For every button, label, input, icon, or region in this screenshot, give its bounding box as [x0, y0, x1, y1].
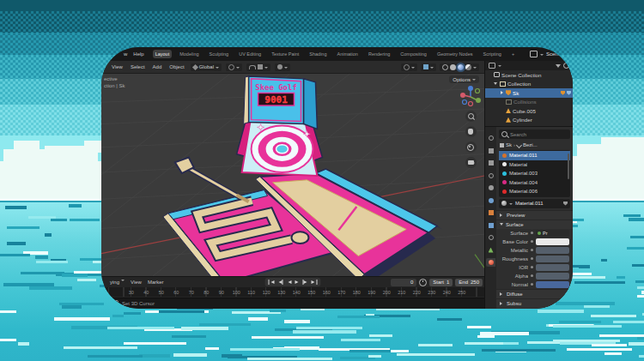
workspace-tab[interactable]: Texture Paint [269, 50, 301, 58]
jump-to-start-button[interactable] [268, 279, 276, 286]
property-field[interactable] [536, 273, 569, 280]
tab-material[interactable] [486, 258, 495, 267]
axis-x-neg-handle[interactable] [469, 102, 473, 106]
properties-search[interactable]: Search [499, 129, 570, 139]
menu-item[interactable]: Marker [148, 280, 164, 285]
pivot-dropdown[interactable] [226, 63, 242, 71]
skee-machine-cabinet[interactable]: Skee Golf 9001 [237, 76, 323, 176]
menu-item[interactable]: Object [169, 64, 184, 69]
options-dropdown[interactable]: Options [449, 75, 479, 83]
tab-output[interactable] [486, 159, 495, 167]
prev-keyframe-button[interactable] [276, 279, 284, 286]
next-keyframe-button[interactable] [302, 279, 310, 286]
tab-world[interactable] [486, 196, 495, 205]
pan-button[interactable] [465, 126, 477, 137]
animate-dot[interactable] [531, 274, 533, 277]
workspace-tab[interactable]: Compositing [398, 50, 429, 58]
scrollbar[interactable] [568, 153, 569, 179]
disclosure-icon[interactable] [488, 73, 492, 77]
material-preview-icon[interactable] [458, 64, 464, 70]
workspace-tab[interactable]: Geometry Nodes [434, 50, 476, 58]
workspace-tab[interactable]: Sculpting [207, 50, 232, 58]
property-field[interactable] [536, 247, 569, 254]
axis-y-neg-handle[interactable] [476, 89, 480, 93]
proportional-editing-dropdown[interactable] [275, 63, 290, 71]
menu-item[interactable]: ying [110, 280, 125, 285]
property-field[interactable] [536, 256, 569, 262]
material-name-field[interactable]: Material.011 [499, 199, 570, 208]
property-field[interactable] [536, 238, 569, 245]
menu-item[interactable]: Help [133, 51, 143, 57]
menu-item[interactable]: Select [131, 64, 145, 69]
axis-x-handle[interactable] [460, 93, 465, 98]
material-slot[interactable]: Material [499, 160, 570, 170]
3d-viewport[interactable]: ective ction | Sk Options [101, 74, 484, 276]
material-slot[interactable]: Material.004 [499, 178, 570, 188]
overlays-toggle[interactable] [421, 63, 436, 71]
menu-item[interactable]: w [124, 51, 127, 57]
animate-dot[interactable] [531, 232, 533, 234]
filter-icon[interactable] [556, 64, 561, 70]
orientation-dropdown[interactable]: Global [191, 63, 222, 71]
timeline-ruler[interactable]: 3040506070809010011012013014015016017018… [101, 287, 484, 297]
outliner-row[interactable]: Scene Collection [485, 70, 573, 80]
start-frame-field[interactable]: Start 1 [429, 279, 453, 286]
menu-item[interactable]: View [131, 280, 142, 285]
tab-scene[interactable] [486, 184, 495, 192]
camera-view-button[interactable] [465, 157, 477, 168]
breadcrumb-object[interactable]: Sk [506, 142, 512, 147]
disclosure-icon[interactable] [500, 117, 504, 122]
preview-section-header[interactable]: Preview [496, 210, 573, 220]
workspace-tab[interactable]: UV Editing [236, 50, 264, 58]
workspace-tab[interactable]: Animation [334, 50, 360, 58]
outliner-row[interactable]: Collisions [485, 98, 573, 107]
tab-modifiers[interactable] [486, 221, 495, 230]
material-slot[interactable]: Material.011 [499, 151, 570, 160]
navigation-gizmo[interactable] [459, 84, 482, 106]
axis-z-handle[interactable] [468, 86, 473, 91]
disclosure-icon[interactable] [500, 91, 504, 95]
workspace-tab[interactable]: Scripting [480, 50, 503, 58]
disclosure-icon[interactable] [500, 99, 504, 104]
menu-item[interactable]: View [112, 64, 123, 69]
tab-object[interactable] [486, 208, 495, 217]
material-slot[interactable]: Material.003 [499, 169, 570, 178]
solid-shading-icon[interactable] [450, 64, 456, 70]
surface-section-header[interactable]: Surface [496, 220, 573, 229]
animate-dot[interactable] [531, 249, 533, 251]
panel-section-collapsed[interactable]: Diffuse [496, 289, 573, 298]
workspace-tab[interactable]: Shading [307, 50, 329, 58]
workspace-tab[interactable]: Rendering [366, 50, 392, 58]
jump-to-end-button[interactable] [311, 279, 319, 286]
workspace-tab[interactable]: Modeling [177, 50, 201, 58]
property-field[interactable]: Pr [536, 230, 569, 237]
tab-physics[interactable] [486, 233, 495, 242]
end-frame-field[interactable]: End 250 [455, 279, 483, 286]
zoom-button[interactable] [465, 111, 477, 122]
animate-dot[interactable] [531, 266, 533, 268]
animate-dot[interactable] [531, 257, 533, 260]
property-field[interactable] [536, 281, 569, 288]
menu-item[interactable]: Add [153, 64, 162, 69]
tab-render[interactable] [486, 147, 495, 155]
animate-dot[interactable] [531, 240, 533, 243]
axis-z-neg-handle[interactable] [463, 100, 467, 105]
gizmo-toggle[interactable] [401, 63, 417, 71]
property-field[interactable] [536, 264, 569, 271]
tab-view-layer[interactable] [486, 171, 495, 180]
axis-y-handle[interactable] [476, 98, 481, 103]
disclosure-icon[interactable] [494, 81, 498, 86]
outliner-row[interactable]: Cube.005 [485, 106, 573, 116]
snap-dropdown[interactable] [246, 63, 270, 71]
workspace-tab[interactable]: Layout [153, 50, 173, 58]
outliner-row[interactable]: Collection [485, 80, 573, 89]
animate-dot[interactable] [531, 283, 533, 286]
workspace-tab[interactable]: + [509, 50, 517, 58]
play-reverse-button[interactable] [285, 279, 293, 286]
perspective-toggle-button[interactable] [465, 141, 477, 153]
wireframe-shading-icon[interactable] [442, 64, 448, 70]
play-button[interactable] [294, 279, 301, 286]
outliner-row[interactable]: Sk [485, 88, 573, 98]
tab-data[interactable] [486, 246, 495, 255]
disclosure-icon[interactable] [500, 109, 504, 113]
